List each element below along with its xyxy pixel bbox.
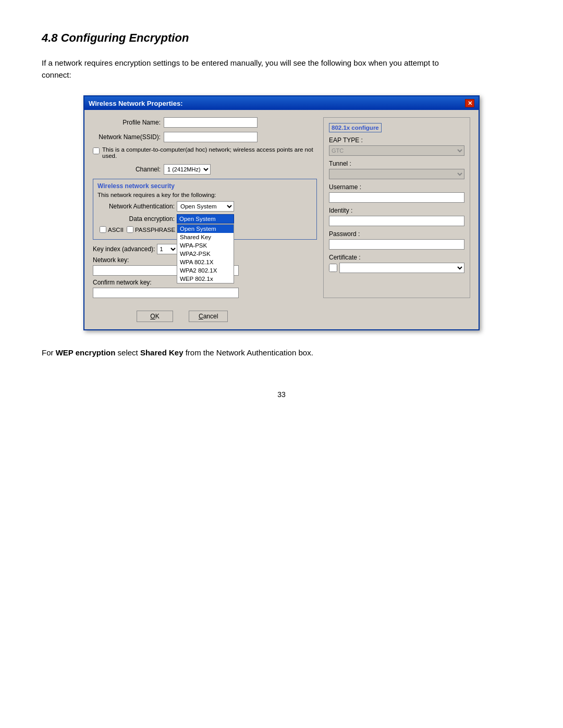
password-label: Password : bbox=[329, 230, 464, 238]
enc-label: Data encryption: bbox=[97, 215, 175, 223]
section-title: 4.8 Configuring Encryption bbox=[42, 31, 521, 45]
profile-name-row: Profile Name: bbox=[93, 117, 317, 128]
key-index-select[interactable]: 1 2 3 4 bbox=[157, 244, 178, 254]
page-number: 33 bbox=[42, 390, 521, 399]
dialog-right-panel: 802.1x configure EAP TYPE : GTC Tunnel :… bbox=[323, 117, 470, 298]
certificate-row bbox=[329, 263, 464, 273]
enc-dropdown-selected[interactable]: Open System bbox=[177, 214, 234, 224]
bold-wep: WEP encryption bbox=[56, 348, 116, 357]
tunnel-label: Tunnel : bbox=[329, 160, 464, 167]
security-desc: This network requires a key for the foll… bbox=[97, 192, 312, 198]
certificate-label: Certificate : bbox=[329, 254, 464, 261]
dropdown-item-shared-key[interactable]: Shared Key bbox=[177, 233, 234, 241]
dialog-left-panel: Profile Name: Network Name(SSID): This i… bbox=[93, 117, 317, 298]
confirm-key-input[interactable] bbox=[93, 288, 239, 298]
802-1x-configure-title: 802.1x configure bbox=[329, 123, 382, 132]
channel-label: Channel: bbox=[93, 166, 161, 173]
eap-type-select[interactable]: GTC bbox=[329, 145, 464, 156]
password-input[interactable] bbox=[329, 239, 464, 250]
dialog-titlebar: Wireless Network Properties: ✕ bbox=[84, 96, 479, 110]
dropdown-item-wpa-802-1x[interactable]: WPA 802.1X bbox=[177, 258, 234, 266]
passphrase-check-label: PASSPHRASE bbox=[127, 226, 175, 233]
network-ssid-input[interactable] bbox=[164, 132, 258, 142]
close-button[interactable]: ✕ bbox=[465, 99, 474, 107]
ascii-label: ASCII bbox=[108, 227, 124, 233]
passphrase-label: PASSPHRASE bbox=[135, 227, 175, 233]
auth-select[interactable]: Open System Shared Key WPA-PSK WPA2-PSK … bbox=[177, 201, 234, 212]
adhoc-checkbox[interactable] bbox=[93, 147, 100, 154]
adhoc-label: This is a computer-to-computer(ad hoc) n… bbox=[102, 146, 317, 159]
profile-name-input[interactable] bbox=[164, 117, 258, 128]
dialog-body: Profile Name: Network Name(SSID): This i… bbox=[84, 110, 479, 305]
auth-label: Network Authentication: bbox=[97, 203, 175, 210]
enc-row: Data encryption: Open System Open System… bbox=[97, 214, 312, 224]
channel-select[interactable]: 1 (2412MHz) bbox=[164, 164, 211, 175]
intro-text: If a network requires encryption setting… bbox=[42, 57, 469, 81]
dropdown-item-wpa-psk[interactable]: WPA-PSK bbox=[177, 241, 234, 250]
network-ssid-label: Network Name(SSID): bbox=[93, 133, 161, 141]
network-name-row: Network Name(SSID): bbox=[93, 132, 317, 142]
bold-shared-key: Shared Key bbox=[140, 348, 183, 357]
profile-name-label: Profile Name: bbox=[93, 119, 161, 126]
enc-dropdown-list: Open System Shared Key WPA-PSK WPA2-PSK … bbox=[177, 224, 234, 283]
key-index-label: Key index (advanced): bbox=[93, 245, 155, 253]
identity-label: Identity : bbox=[329, 207, 464, 214]
footer-text: For WEP encryption select Shared Key fro… bbox=[42, 347, 469, 359]
dropdown-item-open-system[interactable]: Open System bbox=[177, 225, 234, 233]
security-group-label: Wireless network security bbox=[97, 182, 312, 190]
passphrase-checkbox[interactable] bbox=[127, 226, 133, 233]
username-label: Username : bbox=[329, 183, 464, 191]
enc-dropdown-container: Open System Open System Shared Key WPA-P… bbox=[177, 214, 234, 224]
tunnel-select[interactable] bbox=[329, 169, 464, 179]
channel-row: Channel: 1 (2412MHz) bbox=[93, 164, 317, 175]
certificate-select[interactable] bbox=[339, 263, 464, 273]
username-input[interactable] bbox=[329, 192, 464, 203]
dialog-buttons: OK Cancel bbox=[84, 305, 479, 329]
wireless-properties-dialog: Wireless Network Properties: ✕ Profile N… bbox=[83, 95, 480, 330]
dialog-title: Wireless Network Properties: bbox=[89, 100, 183, 107]
ascii-checkbox[interactable] bbox=[100, 226, 106, 233]
identity-input[interactable] bbox=[329, 216, 464, 226]
adhoc-row: This is a computer-to-computer(ad hoc) n… bbox=[93, 146, 317, 159]
eap-type-label: EAP TYPE : bbox=[329, 137, 464, 144]
certificate-checkbox[interactable] bbox=[329, 264, 337, 272]
dropdown-item-wpa2-psk[interactable]: WPA2-PSK bbox=[177, 250, 234, 258]
ascii-check-label: ASCII bbox=[100, 226, 124, 233]
ok-button[interactable]: OK bbox=[137, 311, 173, 322]
cancel-button[interactable]: Cancel bbox=[189, 311, 228, 322]
dropdown-item-wpa2-802-1x[interactable]: WPA2 802.1X bbox=[177, 266, 234, 275]
auth-row: Network Authentication: Open System Shar… bbox=[97, 201, 312, 212]
dropdown-item-wep-802-1x[interactable]: WEP 802.1x bbox=[177, 275, 234, 283]
security-group: Wireless network security This network r… bbox=[93, 179, 317, 240]
